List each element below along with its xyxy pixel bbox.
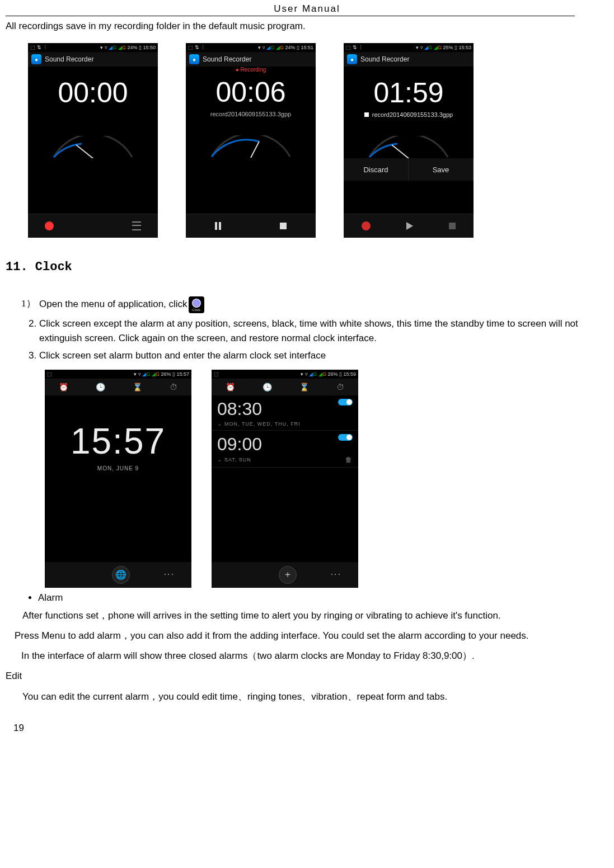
alarm-days: MON, TUE, WED, THU, FRI xyxy=(224,421,301,427)
timer-display: 00:06 xyxy=(186,73,316,108)
recorder-app-icon: ● xyxy=(189,54,199,64)
recording-filename: record20140609155133.3gpp xyxy=(344,111,474,119)
clock-text: 15:51 xyxy=(301,45,313,50)
alarm-time: 08:30 xyxy=(217,399,262,419)
alarm-days: SAT, SUN xyxy=(224,457,251,463)
status-bar: ⬚ ⇅ ⋮ ▾ ▿ ◢G ◢G 24% ▯ 15:50 xyxy=(28,43,158,52)
status-left: ⬚ xyxy=(47,371,52,377)
status-bar: ⬚ ▾ ▿ ◢G ◢G 26% ▯ 15:59 xyxy=(212,370,358,379)
recorder-bottom-bar xyxy=(28,214,158,238)
step-1: Open the menu of application, click xyxy=(39,296,608,313)
status-bar: ⬚ ▾ ▿ ◢G ◢G 26% ▯ 15:57 xyxy=(45,370,191,379)
alarm-row-1[interactable]: 08:30 ⌄MON, TUE, WED, THU, FRI xyxy=(212,395,358,431)
tab-stopwatch-icon[interactable]: ⏱ xyxy=(170,383,177,391)
stop-button[interactable] xyxy=(449,223,456,229)
wifi-icon: ▾ ▿ xyxy=(100,45,109,50)
battery-text: 26% xyxy=(327,371,338,377)
wifi-icon: ▾ ▿ xyxy=(134,371,142,377)
tab-clock-icon[interactable]: 🕒 xyxy=(96,383,105,391)
intro-text: All recordings save in my recording fold… xyxy=(6,21,608,32)
recorder-shot-1: ⬚ ⇅ ⋮ ▾ ▿ ◢G ◢G 24% ▯ 15:50 ● Sound Reco… xyxy=(28,43,158,238)
app-title-bar: ● Sound Recorder xyxy=(344,52,474,67)
vu-meter xyxy=(206,135,296,158)
tab-alarm-icon[interactable]: ⏰ xyxy=(226,383,235,391)
edit-heading: Edit xyxy=(6,667,608,685)
alarm-para-1: After functions set，phone will arrives i… xyxy=(22,607,592,625)
clock-bottom-bar: 🌐 ⋮ xyxy=(45,562,191,588)
divider xyxy=(6,16,575,16)
battery-icon: ▯ xyxy=(172,371,175,377)
world-clock-button[interactable]: 🌐 xyxy=(112,566,130,584)
status-right: ▾ ▿ ◢G ◢G 26% ▯ 15:57 xyxy=(134,371,189,377)
tab-clock-icon[interactable]: 🕒 xyxy=(263,383,272,391)
status-right: ▾ ▿ ◢G ◢G 26% ▯ 15:59 xyxy=(301,371,356,377)
alarm-toggle[interactable] xyxy=(338,434,353,441)
battery-text: 26% xyxy=(161,371,171,377)
file-icon xyxy=(364,112,369,117)
clock-screenshots: ⬚ ▾ ▿ ◢G ◢G 26% ▯ 15:57 ⏰ 🕒 ⌛ ⏱ 15:57 MO… xyxy=(45,370,608,588)
page-number: 19 xyxy=(13,723,24,734)
alarm-toggle[interactable] xyxy=(338,399,353,405)
tab-alarm-icon[interactable]: ⏰ xyxy=(59,383,68,391)
record-button[interactable] xyxy=(45,221,54,230)
delete-alarm-icon[interactable]: 🗑 xyxy=(345,456,353,464)
status-bar: ⬚ ⇅ ⋮ ▾ ▿ ◢G ◢G 25% ▯ 15:53 xyxy=(344,43,474,52)
add-alarm-button[interactable]: ＋ xyxy=(279,566,297,584)
clock-shot-2: ⬚ ▾ ▿ ◢G ◢G 26% ▯ 15:59 ⏰ 🕒 ⌛ ⏱ 08:30 xyxy=(212,370,358,588)
signal-icon-2: ◢ xyxy=(118,45,122,50)
clock-tabs: ⏰ 🕒 ⌛ ⏱ xyxy=(45,379,191,395)
alarm-para-3: In the interface of alarm will show thre… xyxy=(21,647,592,665)
list-button[interactable] xyxy=(132,221,141,230)
battery-text: 24% xyxy=(127,45,137,50)
clock-shot-1: ⬚ ▾ ▿ ◢G ◢G 26% ▯ 15:57 ⏰ 🕒 ⌛ ⏱ 15:57 MO… xyxy=(45,370,191,588)
recorder-app-icon: ● xyxy=(31,54,41,64)
tab-timer-icon[interactable]: ⌛ xyxy=(299,383,309,391)
play-button[interactable] xyxy=(406,222,413,230)
battery-icon: ▯ xyxy=(139,45,142,50)
overflow-menu-icon[interactable]: ⋮ xyxy=(330,569,342,581)
discard-button[interactable]: Discard xyxy=(344,158,409,181)
battery-text: 25% xyxy=(443,45,453,50)
app-title-bar: ● Sound Recorder xyxy=(28,52,158,67)
app-title: Sound Recorder xyxy=(45,55,93,63)
wifi-icon: ▾ ▿ xyxy=(258,45,266,50)
battery-icon: ▯ xyxy=(454,45,457,50)
status-bar: ⬚ ⇅ ⋮ ▾ ▿ ◢G ◢G 24% ▯ 15:51 xyxy=(186,43,316,52)
battery-text: 24% xyxy=(285,45,295,50)
battery-icon: ▯ xyxy=(297,45,299,50)
app-title-bar: ● Sound Recorder xyxy=(186,52,316,67)
record-button[interactable] xyxy=(362,221,371,230)
clock-time: 15:57 xyxy=(45,421,191,462)
alarm-time: 09:00 xyxy=(217,434,262,455)
status-right: ▾ ▿ ◢G ◢G 25% ▯ 15:53 xyxy=(416,45,471,50)
status-left: ⬚ ⇅ ⋮ xyxy=(30,45,48,50)
clock-tabs: ⏰ 🕒 ⌛ ⏱ xyxy=(212,379,358,395)
alarm-row-2[interactable]: 09:00 ⌄SAT, SUN 🗑 xyxy=(212,431,358,468)
status-left: ⬚ ⇅ ⋮ xyxy=(188,45,205,50)
section-heading: 11. Clock xyxy=(6,260,608,274)
wifi-icon: ▾ ▿ xyxy=(301,371,309,377)
signal-icon-2: ◢ xyxy=(434,45,438,50)
overflow-menu-icon[interactable]: ⋮ xyxy=(163,569,175,581)
subline xyxy=(28,111,158,119)
timer-display: 00:00 xyxy=(28,67,158,109)
clock-text: 15:59 xyxy=(343,371,356,377)
clock-date: MON, JUNE 9 xyxy=(45,465,191,471)
recorder-bottom-bar xyxy=(186,214,316,238)
tab-timer-icon[interactable]: ⌛ xyxy=(133,383,142,391)
clock-text: 15:50 xyxy=(143,45,156,50)
step-2: Click screen except the alarm at any pos… xyxy=(39,317,608,345)
pause-button[interactable] xyxy=(215,222,221,230)
status-left: ⬚ ⇅ ⋮ xyxy=(346,45,363,50)
signal-icon-2: ◢ xyxy=(276,45,280,50)
save-button[interactable]: Save xyxy=(409,158,474,181)
stop-button[interactable] xyxy=(280,223,287,229)
chevron-down-icon: ⌄ xyxy=(217,421,222,427)
page-header: User Manual xyxy=(6,0,608,15)
status-left: ⬚ xyxy=(214,371,219,377)
tab-stopwatch-icon[interactable]: ⏱ xyxy=(336,383,344,391)
recorder-bottom-bar xyxy=(344,214,474,238)
timer-display: 01:59 xyxy=(344,67,474,109)
clock-bottom-bar: ＋ ⋮ xyxy=(212,562,358,588)
svg-line-2 xyxy=(392,145,409,158)
